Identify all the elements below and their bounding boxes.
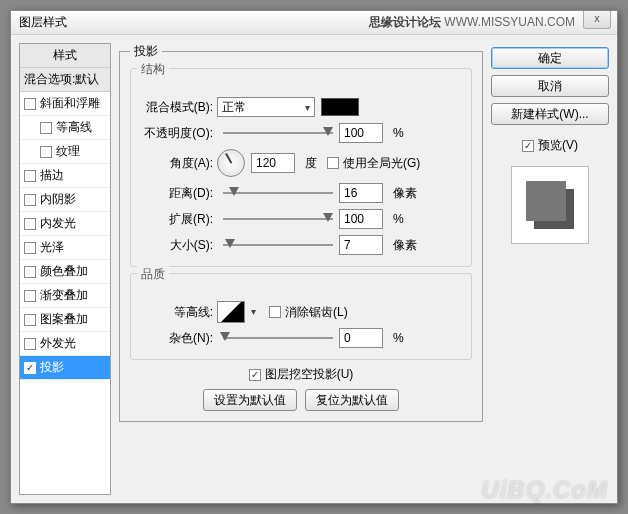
distance-label: 距离(D): (139, 185, 217, 202)
opacity-label: 不透明度(O): (139, 125, 217, 142)
window-title: 图层样式 (15, 14, 67, 31)
sidebar-item-label: 投影 (40, 359, 64, 376)
sidebar-item-2[interactable]: 纹理 (20, 140, 110, 164)
noise-unit: % (393, 331, 404, 345)
blend-mode-combo[interactable]: 正常 (217, 97, 315, 117)
drop-shadow-group: 投影 结构 混合模式(B): 正常 不透明度(O): 100 % (119, 43, 483, 422)
titlebar: 图层样式 思缘设计论坛 WWW.MISSYUAN.COM x (11, 11, 617, 35)
reset-default-button[interactable]: 复位为默认值 (305, 389, 399, 411)
sidebar-checkbox[interactable] (24, 218, 36, 230)
quality-title: 品质 (137, 266, 169, 283)
new-style-button[interactable]: 新建样式(W)... (491, 103, 609, 125)
knockout-label: 图层挖空投影(U) (265, 366, 354, 383)
sidebar-item-label: 内发光 (40, 215, 76, 232)
cancel-button[interactable]: 取消 (491, 75, 609, 97)
sidebar-checkbox[interactable] (24, 290, 36, 302)
spread-slider[interactable] (223, 211, 333, 227)
size-input[interactable]: 7 (339, 235, 383, 255)
sidebar-item-label: 斜面和浮雕 (40, 95, 100, 112)
sidebar-item-6[interactable]: 光泽 (20, 236, 110, 260)
size-slider[interactable] (223, 237, 333, 253)
opacity-slider[interactable] (223, 125, 333, 141)
sidebar-checkbox[interactable] (24, 242, 36, 254)
antialias-checkbox[interactable] (269, 306, 281, 318)
sidebar-item-label: 纹理 (56, 143, 80, 160)
angle-input[interactable]: 120 (251, 153, 295, 173)
quality-box: 品质 等高线: 消除锯齿(L) 杂色(N): 0 % (130, 273, 472, 360)
structure-box: 结构 混合模式(B): 正常 不透明度(O): 100 % 角度(A): (130, 68, 472, 267)
group-legend: 投影 (130, 43, 162, 60)
sidebar-item-label: 颜色叠加 (40, 263, 88, 280)
blend-mode-label: 混合模式(B): (139, 99, 217, 116)
sidebar-item-0[interactable]: 斜面和浮雕 (20, 92, 110, 116)
sidebar-item-4[interactable]: 内阴影 (20, 188, 110, 212)
layer-style-dialog: 图层样式 思缘设计论坛 WWW.MISSYUAN.COM x 样式 混合选项:默… (10, 10, 618, 504)
sidebar-item-label: 图案叠加 (40, 311, 88, 328)
sidebar-checkbox[interactable] (24, 314, 36, 326)
sidebar-item-8[interactable]: 渐变叠加 (20, 284, 110, 308)
shadow-color-swatch[interactable] (321, 98, 359, 116)
sidebar-item-label: 渐变叠加 (40, 287, 88, 304)
preview-label: 预览(V) (538, 137, 578, 154)
sidebar-item-10[interactable]: 外发光 (20, 332, 110, 356)
structure-title: 结构 (137, 61, 169, 78)
sidebar-checkbox[interactable] (24, 338, 36, 350)
angle-unit: 度 (305, 155, 317, 172)
site-credit: 思缘设计论坛 WWW.MISSYUAN.COM (369, 14, 575, 31)
contour-picker[interactable] (217, 301, 245, 323)
preview-thumbnail (511, 166, 589, 244)
sidebar-checkbox[interactable] (24, 194, 36, 206)
noise-input[interactable]: 0 (339, 328, 383, 348)
distance-slider[interactable] (223, 185, 333, 201)
sidebar-checkbox[interactable] (40, 122, 52, 134)
sidebar-item-5[interactable]: 内发光 (20, 212, 110, 236)
sidebar-subheader[interactable]: 混合选项:默认 (20, 68, 110, 92)
global-light-checkbox[interactable] (327, 157, 339, 169)
spread-label: 扩展(R): (139, 211, 217, 228)
opacity-input[interactable]: 100 (339, 123, 383, 143)
content: 样式 混合选项:默认 斜面和浮雕等高线纹理描边内阴影内发光光泽颜色叠加渐变叠加图… (11, 35, 617, 503)
sidebar-checkbox[interactable] (24, 98, 36, 110)
antialias-label: 消除锯齿(L) (285, 304, 348, 321)
sidebar-checkbox[interactable] (24, 170, 36, 182)
options-panel: 投影 结构 混合模式(B): 正常 不透明度(O): 100 % (119, 43, 483, 495)
sidebar-item-label: 等高线 (56, 119, 92, 136)
sidebar-item-1[interactable]: 等高线 (20, 116, 110, 140)
sidebar-item-label: 外发光 (40, 335, 76, 352)
noise-slider[interactable] (223, 330, 333, 346)
sidebar-checkbox[interactable] (24, 362, 36, 374)
distance-unit: 像素 (393, 185, 417, 202)
noise-label: 杂色(N): (139, 330, 217, 347)
styles-sidebar: 样式 混合选项:默认 斜面和浮雕等高线纹理描边内阴影内发光光泽颜色叠加渐变叠加图… (19, 43, 111, 495)
sidebar-checkbox[interactable] (40, 146, 52, 158)
spread-unit: % (393, 212, 404, 226)
close-button[interactable]: x (583, 11, 611, 29)
contour-label: 等高线: (139, 304, 217, 321)
sidebar-item-7[interactable]: 颜色叠加 (20, 260, 110, 284)
make-default-button[interactable]: 设置为默认值 (203, 389, 297, 411)
knockout-checkbox[interactable] (249, 369, 261, 381)
right-column: 确定 取消 新建样式(W)... 预览(V) (491, 43, 609, 495)
size-unit: 像素 (393, 237, 417, 254)
sidebar-item-3[interactable]: 描边 (20, 164, 110, 188)
preview-checkbox[interactable] (522, 140, 534, 152)
ok-button[interactable]: 确定 (491, 47, 609, 69)
opacity-unit: % (393, 126, 404, 140)
distance-input[interactable]: 16 (339, 183, 383, 203)
sidebar-item-label: 光泽 (40, 239, 64, 256)
spread-input[interactable]: 100 (339, 209, 383, 229)
global-light-label: 使用全局光(G) (343, 155, 420, 172)
sidebar-item-9[interactable]: 图案叠加 (20, 308, 110, 332)
sidebar-item-label: 内阴影 (40, 191, 76, 208)
angle-label: 角度(A): (139, 155, 217, 172)
sidebar-item-11[interactable]: 投影 (20, 356, 110, 380)
angle-dial[interactable] (217, 149, 245, 177)
sidebar-item-label: 描边 (40, 167, 64, 184)
sidebar-checkbox[interactable] (24, 266, 36, 278)
sidebar-header[interactable]: 样式 (20, 44, 110, 68)
size-label: 大小(S): (139, 237, 217, 254)
